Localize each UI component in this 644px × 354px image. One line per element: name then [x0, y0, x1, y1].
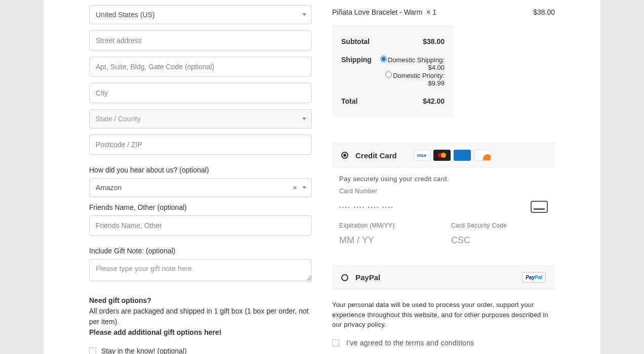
card-icon: [531, 201, 548, 213]
cc-description: Pay securely using your credit card.: [339, 175, 548, 183]
total-value: $42.00: [423, 97, 445, 105]
friends-name-input[interactable]: [89, 215, 312, 236]
radio-creditcard[interactable]: [341, 152, 348, 159]
friends-label: Friends Name, Other (optional): [89, 203, 312, 211]
subtotal-value: $38.00: [423, 37, 445, 46]
gift-line: All orders are packaged and shipped in 1…: [89, 307, 309, 326]
gift-heading: Need gift options?: [89, 296, 151, 304]
giftnote-label: Include Gift Note: (optional): [89, 247, 312, 255]
svg-point-1: [441, 153, 446, 158]
gift-options-info: Need gift options? All orders are packag…: [89, 295, 312, 338]
creditcard-title: Credit Card: [355, 151, 397, 160]
country-value: United States (US): [96, 11, 155, 19]
hear-about-select[interactable]: Amazon ×: [89, 178, 312, 197]
privacy-text: Your personal data will be used to proce…: [332, 300, 555, 330]
chevron-down-icon: [302, 14, 306, 16]
subtotal-label: Subtotal: [341, 37, 370, 46]
gift-link[interactable]: Please add additional gift options here!: [89, 328, 221, 336]
billing-form: United States (US) State / County How di…: [89, 5, 312, 354]
visa-icon: VISA: [413, 150, 430, 161]
payment-creditcard-header[interactable]: Credit Card VISA: [332, 143, 555, 168]
cc-exp-label: Expiration (MM/YY): [339, 222, 436, 229]
terms-checkbox[interactable]: [332, 339, 339, 346]
hear-about-label: How did you hear about us? (optional): [89, 166, 312, 174]
ship-opt-domestic[interactable]: Domestic Shipping: $4.00: [380, 56, 445, 71]
paypal-icon: PayPal: [522, 272, 546, 283]
cc-exp-input[interactable]: MM / YY: [339, 231, 436, 250]
giftnote-textarea[interactable]: [89, 259, 312, 281]
cart-item-name: Piñata Love Bracelet - Warm: [332, 8, 422, 16]
terms-label: I've agreed to the terms and conditions: [346, 339, 474, 347]
cc-csc-input[interactable]: CSC: [451, 231, 548, 250]
newsletter-checkbox[interactable]: [89, 347, 96, 354]
apt-suite-input[interactable]: [89, 57, 312, 77]
summary-box: Subtotal $38.00 Shipping Domestic Shippi…: [332, 25, 454, 117]
clear-icon[interactable]: ×: [293, 184, 297, 192]
zip-input[interactable]: [89, 135, 312, 155]
ship-radio-priority[interactable]: [385, 71, 392, 78]
paypal-title: PayPal: [355, 273, 380, 282]
cc-number-input[interactable]: •••• •••• •••• ••••: [339, 205, 394, 209]
shipping-label: Shipping: [341, 56, 372, 64]
payment-paypal-header[interactable]: PayPal PayPal: [332, 265, 555, 290]
ship-opt-priority[interactable]: Domestic Priority: $9.99: [385, 72, 445, 87]
city-input[interactable]: [89, 83, 312, 103]
cart-item-qty: × 1: [426, 8, 436, 16]
creditcard-form: Pay securely using your credit card. Car…: [332, 168, 555, 253]
newsletter-label: Stay in the know! (optional): [101, 347, 187, 354]
hear-about-value: Amazon: [96, 184, 122, 192]
state-select[interactable]: State / County: [89, 109, 312, 128]
cart-item-row: Piñata Love Bracelet - Warm × 1 $38.00: [332, 5, 555, 19]
discover-icon: [474, 150, 491, 161]
chevron-down-icon: [302, 187, 306, 189]
radio-paypal[interactable]: [341, 274, 348, 281]
cc-number-label: Card Number: [339, 188, 548, 195]
ship-radio-domestic[interactable]: [380, 56, 387, 62]
state-placeholder: State / County: [96, 115, 141, 123]
cart-item-price: $38.00: [533, 8, 555, 16]
street-address-input[interactable]: [89, 30, 312, 51]
total-label: Total: [341, 97, 357, 105]
mastercard-icon: [433, 150, 451, 161]
chevron-down-icon: [302, 118, 306, 120]
order-summary: Piñata Love Bracelet - Warm × 1 $38.00 S…: [332, 5, 555, 354]
country-select[interactable]: United States (US): [89, 5, 312, 24]
cc-csc-label: Card Security Code: [451, 222, 548, 229]
amex-icon: [454, 150, 471, 161]
